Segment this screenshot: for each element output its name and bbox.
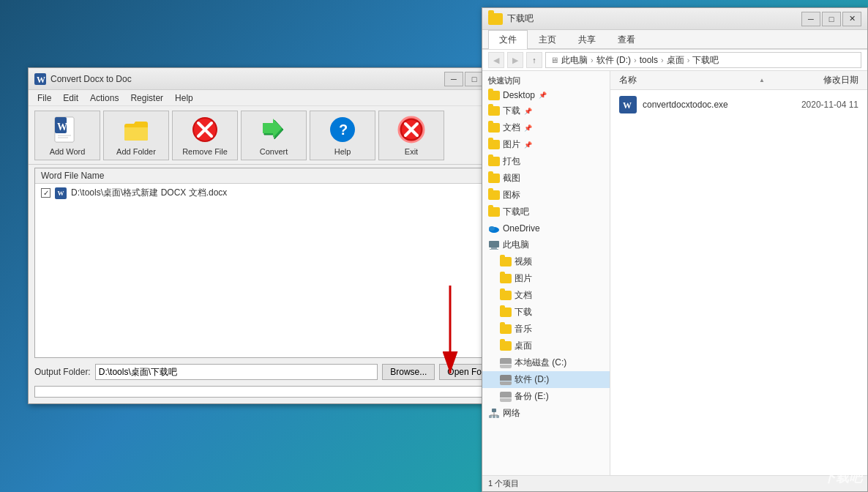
minimize-button[interactable]: ─ [444, 72, 463, 86]
col-name-header: 名称 [619, 74, 753, 86]
exe-file-name: convertdocxtodoc.exe [643, 100, 796, 110]
col-modified-header: 修改日期 [771, 74, 858, 86]
browse-button[interactable]: Browse... [382, 364, 435, 380]
file-row-exe[interactable]: W convertdocxtodoc.exe 2020-11-04 11 [610, 93, 867, 116]
progress-area [29, 383, 510, 403]
nav-pack-icon [488, 157, 500, 166]
add-word-label: Add Word [50, 147, 86, 156]
path-tools: tools [640, 55, 658, 65]
nav-drive-c-label: 本地磁盘 (C:) [515, 357, 566, 369]
nav-network[interactable]: 网络 [482, 405, 610, 422]
forward-button[interactable]: ▶ [507, 52, 523, 68]
downloads-pin: 📌 [523, 107, 532, 116]
ribbon-tab-share[interactable]: 共享 [567, 30, 607, 49]
nav-downloads-label: 下载 [503, 105, 520, 117]
add-word-icon: W [53, 115, 82, 144]
nav-music[interactable]: 音乐 [482, 321, 610, 338]
pictures-pin: 📌 [523, 141, 532, 149]
svg-rect-24 [489, 415, 492, 418]
nav-drive-d[interactable]: 软件 (D:) [482, 371, 610, 388]
file-name: D:\tools\桌面\格式新建 DOCX 文档.docx [71, 187, 227, 199]
menu-actions[interactable]: Actions [84, 92, 124, 105]
convert-button[interactable]: Convert [241, 111, 307, 160]
exp-minimize-button[interactable]: ─ [801, 12, 820, 26]
svg-rect-22 [490, 249, 498, 250]
nav-videos[interactable]: 视频 [482, 253, 610, 270]
back-button[interactable]: ◀ [488, 52, 504, 68]
ribbon-tab-file[interactable]: 文件 [488, 30, 528, 49]
nav-documents-icon [488, 123, 500, 133]
nav-pictures[interactable]: 图片 📌 [482, 136, 610, 153]
sort-icon: ▲ [759, 77, 765, 83]
nav-onedrive[interactable]: OneDrive [482, 220, 610, 236]
exp-close-button[interactable]: ✕ [842, 12, 861, 26]
nav-documents[interactable]: 文档 📌 [482, 119, 610, 136]
menu-file[interactable]: File [31, 92, 57, 105]
nav-pc-documents[interactable]: 文档 [482, 287, 610, 304]
nav-pc-desktop[interactable]: 桌面 [482, 338, 610, 354]
file-checkbox[interactable]: ✓ [41, 188, 50, 198]
svg-text:W: W [57, 122, 67, 133]
output-folder-input[interactable] [95, 364, 378, 380]
desktop: W Convert Docx to Doc ─ □ ✕ File Edit Ac… [0, 0, 868, 492]
file-list-body: ✓ W D:\tools\桌面\格式新建 DOCX 文档.docx [35, 184, 504, 357]
remove-file-button[interactable]: Remove File [172, 111, 238, 160]
path-pc: 此电脑 [561, 54, 588, 67]
exe-icon: W [619, 96, 637, 113]
nav-onedrive-label: OneDrive [503, 223, 540, 234]
nav-pack[interactable]: 打包 [482, 153, 610, 170]
remove-file-icon [190, 115, 220, 144]
exe-file-date: 2020-11-04 11 [801, 100, 858, 110]
nav-downloads[interactable]: 下载 📌 [482, 102, 610, 119]
add-folder-button[interactable]: Add Folder [103, 111, 169, 160]
nav-music-icon [500, 324, 512, 334]
help-icon: ? [328, 115, 357, 144]
output-label: Output Folder: [34, 367, 91, 377]
nav-drive-e-icon [500, 392, 512, 402]
menu-register[interactable]: Register [124, 92, 169, 105]
nav-drive-c[interactable]: 本地磁盘 (C:) [482, 354, 610, 371]
ribbon-tab-home[interactable]: 主页 [528, 30, 567, 49]
nav-desktop[interactable]: Desktop 📌 [482, 88, 610, 102]
file-list-header: Word File Name [35, 168, 504, 184]
exp-maximize-button[interactable]: □ [822, 12, 841, 26]
help-button[interactable]: ? Help [310, 111, 375, 160]
svg-text:W: W [37, 75, 45, 85]
nav-icons[interactable]: 图标 [482, 187, 610, 204]
menu-edit[interactable]: Edit [57, 92, 84, 105]
file-row[interactable]: ✓ W D:\tools\桌面\格式新建 DOCX 文档.docx [37, 185, 502, 201]
address-path[interactable]: 🖥 此电脑 › 软件 (D:) › tools › 桌面 › 下载吧 [545, 52, 861, 68]
nav-this-pc[interactable]: 此电脑 [482, 236, 610, 253]
ribbon-tabs: 文件 主页 共享 查看 [482, 30, 867, 49]
ribbon: 文件 主页 共享 查看 [482, 30, 867, 50]
menu-help[interactable]: Help [169, 92, 199, 105]
svg-text:?: ? [339, 122, 348, 138]
convert-icon [259, 115, 288, 144]
nav-downloadba[interactable]: 下载吧 [482, 204, 610, 220]
nav-pc-downloads[interactable]: 下载 [482, 304, 610, 321]
nav-documents-label: 文档 [503, 122, 520, 134]
nav-drive-e[interactable]: 备份 (E:) [482, 388, 610, 405]
explorer-main-pane: 名称 ▲ 修改日期 W [610, 71, 867, 475]
nav-network-icon [488, 408, 500, 420]
sep3: › [661, 56, 664, 64]
path-download: 下载吧 [692, 54, 719, 67]
explorer-sidebar: 快速访问 Desktop 📌 下载 📌 文档 📌 [482, 71, 610, 475]
path-drive: 软件 (D:) [596, 54, 631, 67]
nav-drive-d-icon [500, 375, 512, 385]
up-button[interactable]: ↑ [526, 52, 542, 68]
nav-drive-d-label: 软件 (D:) [515, 373, 549, 386]
nav-pc-desktop-icon [500, 341, 512, 351]
nav-pc-pictures[interactable]: 图片 [482, 270, 610, 287]
add-word-button[interactable]: W Add Word [34, 111, 100, 160]
svg-rect-26 [496, 415, 499, 418]
nav-pictures-label: 图片 [503, 138, 520, 151]
exit-button[interactable]: Exit [378, 111, 444, 160]
nav-desktop-label: Desktop [503, 90, 535, 100]
nav-downloadba-label: 下载吧 [503, 206, 529, 218]
nav-pc-pictures-label: 图片 [515, 272, 532, 285]
nav-pc-downloads-icon [500, 308, 512, 317]
ribbon-tab-view[interactable]: 查看 [607, 30, 646, 49]
path-desktop: 桌面 [667, 54, 684, 67]
nav-screenshot[interactable]: 截图 [482, 170, 610, 187]
